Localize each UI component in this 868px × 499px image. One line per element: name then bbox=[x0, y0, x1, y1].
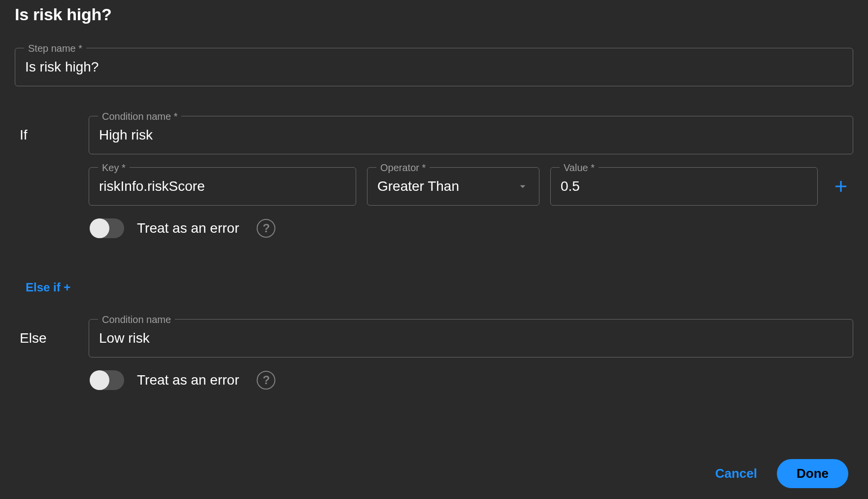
if-error-toggle[interactable] bbox=[90, 218, 124, 238]
else-condition-name-label: Condition name bbox=[98, 314, 175, 325]
else-condition-name-field: Condition name bbox=[89, 319, 853, 357]
if-condition-name-input[interactable] bbox=[99, 127, 843, 143]
if-row: If Condition name * bbox=[15, 116, 853, 154]
step-name-input[interactable] bbox=[25, 59, 843, 75]
operator-select[interactable]: Greater Than bbox=[377, 178, 529, 194]
condition-dialog: Is risk high? Step name * If Condition n… bbox=[0, 0, 868, 499]
operator-field: Operator * Greater Than bbox=[367, 167, 539, 206]
else-error-toggle-row: Treat as an error ? bbox=[89, 370, 853, 390]
else-label: Else bbox=[20, 330, 46, 346]
operator-value: Greater Than bbox=[377, 178, 459, 194]
key-label: Key * bbox=[98, 162, 130, 174]
else-row: Else Condition name bbox=[15, 319, 853, 357]
step-name-field: Step name * bbox=[15, 48, 853, 86]
key-field: Key * bbox=[89, 167, 356, 206]
dialog-footer: Cancel Done bbox=[715, 459, 848, 488]
else-if-add-link[interactable]: Else if + bbox=[26, 281, 70, 294]
value-input[interactable] bbox=[561, 178, 807, 194]
else-error-toggle[interactable] bbox=[90, 370, 124, 390]
else-condition-name-input[interactable] bbox=[99, 330, 843, 346]
chevron-down-icon bbox=[516, 180, 529, 193]
step-name-label: Step name * bbox=[24, 42, 86, 54]
if-error-toggle-row: Treat as an error ? bbox=[89, 218, 853, 238]
operator-label: Operator * bbox=[376, 162, 430, 174]
add-condition-button[interactable] bbox=[829, 174, 853, 199]
if-condition-name-field: Condition name * bbox=[89, 116, 853, 154]
cancel-button[interactable]: Cancel bbox=[715, 466, 757, 481]
if-condition-name-label: Condition name * bbox=[98, 110, 181, 122]
if-label: If bbox=[20, 127, 28, 143]
if-error-toggle-label: Treat as an error bbox=[137, 220, 239, 236]
value-field: Value * bbox=[550, 167, 818, 206]
help-icon[interactable]: ? bbox=[257, 219, 275, 238]
condition-expression-row: Key * Operator * Greater Than Value * bbox=[89, 167, 853, 206]
dialog-title: Is risk high? bbox=[15, 5, 853, 24]
help-icon[interactable]: ? bbox=[257, 371, 275, 390]
plus-icon bbox=[832, 177, 850, 196]
key-input[interactable] bbox=[99, 178, 346, 194]
value-label: Value * bbox=[560, 162, 599, 174]
else-error-toggle-label: Treat as an error bbox=[137, 372, 239, 388]
done-button[interactable]: Done bbox=[777, 459, 848, 488]
